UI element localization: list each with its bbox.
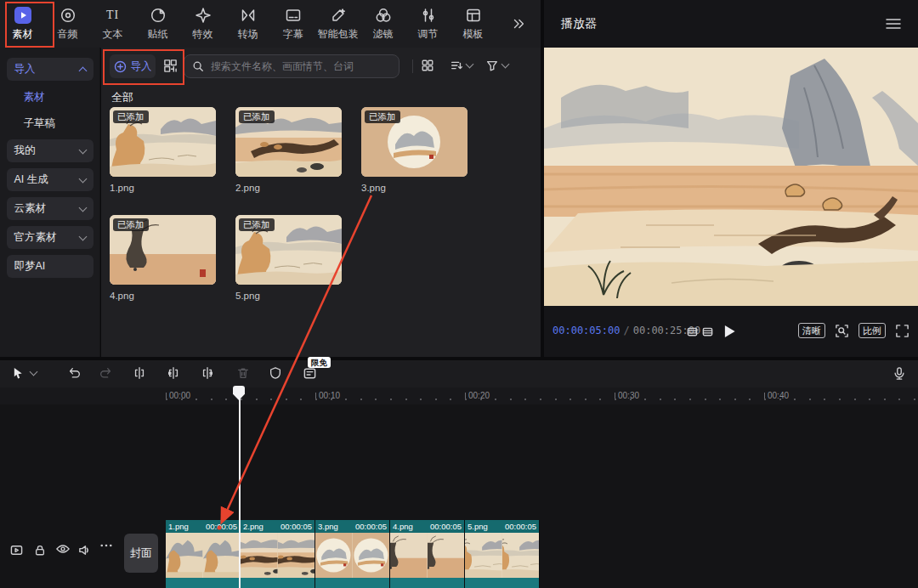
chevron-down-icon <box>78 203 87 212</box>
tab-label: 音频 <box>58 27 78 42</box>
sidebar-item-official-media[interactable]: 官方素材 <box>7 226 94 249</box>
timeline-clip[interactable]: 4.png00:00:05 <box>390 520 465 588</box>
media-card[interactable]: 已添加 4.png <box>110 215 216 301</box>
media-card[interactable]: 已添加 2.png <box>235 107 342 193</box>
sparkle-icon <box>195 7 212 24</box>
timeline-clip[interactable]: 3.png00:00:05 <box>315 520 390 588</box>
media-library-panel: 导入 全部 已添加 1.png <box>101 48 541 357</box>
tab-templates[interactable]: 模板 <box>450 0 496 48</box>
microphone-button[interactable] <box>892 366 906 381</box>
tab-smart-pack[interactable]: 智能包装 <box>315 0 360 48</box>
timeline-clip[interactable]: 1.png00:00:05 <box>166 520 241 588</box>
clip-footer-bar <box>390 578 464 588</box>
quality-button[interactable]: 清晰 <box>798 323 825 338</box>
expand-toolbar-button[interactable] <box>496 0 541 48</box>
tab-media[interactable]: 素材 <box>0 0 45 48</box>
frame-icon <box>702 326 713 337</box>
main-track-toggle-icon[interactable] <box>10 544 23 557</box>
sidebar-item-label: 官方素材 <box>14 230 57 245</box>
frame-view-buttons[interactable] <box>687 326 713 337</box>
tab-transition[interactable]: 转场 <box>225 0 270 48</box>
split-delete-right-button[interactable] <box>201 366 214 380</box>
visibility-eye-icon[interactable] <box>56 544 70 554</box>
playhead-line[interactable] <box>239 387 241 588</box>
chevron-down-icon[interactable] <box>30 368 38 376</box>
timeline-clip[interactable]: 5.png00:00:05 <box>465 520 540 588</box>
timeline-panel: 限免 00:00 00:10 00:20 00:30 00:40 <box>0 360 918 588</box>
ruler-minor-ticks <box>166 399 918 400</box>
ruler-mark: 00:40 <box>764 391 789 400</box>
clip-footer-bar <box>315 578 389 588</box>
clip-thumbnails <box>465 533 539 578</box>
import-button-label: 导入 <box>131 59 152 74</box>
clip-name: 1.png <box>168 522 189 531</box>
adjust-icon <box>420 7 437 24</box>
media-card[interactable]: 已添加 5.png <box>235 215 342 301</box>
ruler-mark: 00:00 <box>166 391 190 400</box>
menu-icon[interactable] <box>886 18 901 30</box>
tab-label: 字幕 <box>283 27 303 42</box>
tab-effects[interactable]: 特效 <box>180 0 225 48</box>
media-card[interactable]: 已添加 1.png <box>110 107 216 193</box>
scan-import-icon[interactable] <box>163 59 178 73</box>
text-icon: TI <box>106 7 119 24</box>
chevron-down-icon <box>78 145 87 154</box>
mask-button[interactable] <box>269 366 282 380</box>
tab-filters[interactable]: 滤镜 <box>360 0 405 48</box>
sidebar-item-subdraft[interactable]: 子草稿 <box>7 113 94 133</box>
video-preview[interactable] <box>544 48 918 306</box>
sidebar-item-mine[interactable]: 我的 <box>7 139 94 162</box>
timeline-clip[interactable]: 2.png00:00:05 <box>241 520 315 588</box>
filter-button[interactable] <box>485 59 508 72</box>
sidebar-item-media[interactable]: 素材 <box>7 87 94 107</box>
more-options-icon[interactable] <box>100 544 112 547</box>
video-editor-window: 素材 音频 TI 文本 贴纸 特效 转场 <box>0 0 918 588</box>
tab-adjust[interactable]: 调节 <box>405 0 450 48</box>
tab-audio[interactable]: 音频 <box>45 0 90 48</box>
sidebar-item-cloud-media[interactable]: 云素材 <box>7 197 94 220</box>
tab-label: 模板 <box>463 27 484 42</box>
media-card[interactable]: 已添加 3.png <box>361 107 468 193</box>
clip-name: 5.png <box>468 522 488 531</box>
tab-captions[interactable]: 字幕 <box>270 0 315 48</box>
play-button[interactable] <box>723 324 736 339</box>
timeline-toolbar: 限免 <box>0 360 918 388</box>
search-input[interactable] <box>209 59 391 73</box>
media-thumbnail: 已添加 <box>361 107 468 177</box>
clip-thumbnails <box>315 533 389 578</box>
select-tool-button[interactable] <box>12 366 25 380</box>
added-badge: 已添加 <box>239 110 275 123</box>
import-button[interactable]: 导入 <box>110 54 156 78</box>
sticker-icon <box>150 7 167 24</box>
top-toolbar: 素材 音频 TI 文本 贴纸 特效 转场 <box>0 0 541 48</box>
fullscreen-icon[interactable] <box>895 324 910 338</box>
split-delete-left-button[interactable] <box>167 366 180 380</box>
redo-button[interactable] <box>99 366 112 380</box>
tab-label: 滤镜 <box>373 27 394 42</box>
clip-thumbnails <box>390 533 464 578</box>
undo-button[interactable] <box>68 366 82 380</box>
media-filename: 1.png <box>110 183 216 193</box>
sort-button[interactable] <box>450 59 473 72</box>
grid-view-button[interactable] <box>421 59 434 72</box>
media-filename: 5.png <box>235 291 342 301</box>
timeline-ruler[interactable]: 00:00 00:10 00:20 00:30 00:40 <box>0 387 918 405</box>
delete-button[interactable] <box>236 366 250 380</box>
smart-pack-icon <box>330 7 347 24</box>
cover-button[interactable]: 封面 <box>124 534 158 573</box>
toolbar-divider <box>412 59 413 73</box>
tab-sticker[interactable]: 贴纸 <box>135 0 180 48</box>
tab-text[interactable]: TI 文本 <box>90 0 135 48</box>
added-badge: 已添加 <box>113 110 149 123</box>
lock-icon[interactable] <box>34 544 46 557</box>
speaker-icon[interactable] <box>78 544 91 557</box>
sidebar-item-import[interactable]: 导入 <box>7 58 94 81</box>
sidebar-item-ai-generate[interactable]: AI 生成 <box>7 168 94 191</box>
zoom-fit-icon[interactable] <box>835 324 849 338</box>
ratio-button[interactable]: 比例 <box>858 323 886 338</box>
text-pack-button[interactable] <box>303 366 317 381</box>
split-button[interactable] <box>133 366 146 380</box>
transition-icon <box>240 7 257 24</box>
clip-name: 4.png <box>393 522 413 531</box>
sidebar-item-jimeng-ai[interactable]: 即梦AI <box>7 255 94 278</box>
